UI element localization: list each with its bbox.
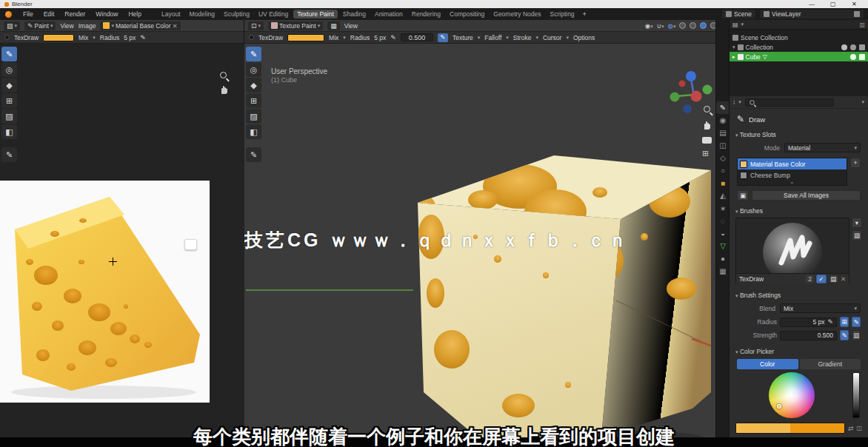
save-images-icon-button[interactable]: ▣ [737,190,749,201]
collection-render-icon[interactable] [859,44,865,50]
ptab-object-icon[interactable]: ■ [716,177,730,189]
menu-help[interactable]: Help [123,8,146,20]
brush-settings-collapse-icon[interactable]: ▾ [735,293,738,298]
color-wheel-cursor[interactable] [777,404,781,409]
image-editor-canvas[interactable]: ✎ ◎ ◆ ⊞ ▨ ◧ ✎ [0,44,244,447]
cube-hide-icon[interactable] [850,54,856,60]
image-mode-dropdown[interactable]: ✎Paint▾ [24,21,56,30]
transform-orientation-icon[interactable]: ◉▾ [645,22,653,30]
properties-breadcrumb-icon[interactable]: ⁞ [733,99,735,106]
tool-fill[interactable]: ▨ [1,109,17,124]
texture-slots-title[interactable]: Texture Slots [740,131,776,138]
brush-preview-icon[interactable] [4,35,10,40]
unlink-image-icon[interactable]: ✕ [173,22,178,30]
ptab-physics-icon[interactable]: ◌ [716,215,730,227]
brush-settings-title[interactable]: Brush Settings [740,292,781,299]
viewport-perspective-toggle-icon[interactable]: ⊞ [702,149,709,158]
ptab-material-icon[interactable]: ● [716,252,730,265]
brushes-collapse-icon[interactable]: ▾ [735,209,738,214]
viewport-mode-dropdown[interactable]: Texture Paint▾ [268,21,323,30]
tab-animation[interactable]: Animation [371,10,407,19]
tab-scripting[interactable]: Scripting [547,10,578,19]
ptab-tool-icon[interactable]: ✎ [716,101,730,114]
vp-brush-preview-icon[interactable] [249,35,254,40]
viewport-pan-hand-icon[interactable] [702,121,712,132]
gizmo-y-axis[interactable] [670,93,680,102]
menu-render[interactable]: Render [59,8,90,20]
viewport-image-icon[interactable]: ▦ [327,21,340,30]
ptab-view-layer-icon[interactable]: ◫ [716,139,730,152]
outliner-row-collection[interactable]: ▾ Collection [730,42,868,52]
image-editor-menu-image[interactable]: Image [79,22,96,30]
cube-expand-arrow-icon[interactable]: ▸ [732,54,735,60]
brush-datablock-name[interactable]: TexDraw [739,275,764,283]
popover-options[interactable]: Options [573,34,595,41]
minimize-button[interactable]: — [809,0,815,8]
radius-slider[interactable]: 5 px✎ [780,317,837,327]
tool-draw[interactable]: ✎ [1,47,17,61]
radius-pressure-toggle-icon[interactable]: ✎ [852,317,861,327]
strength-pressure-toggle-icon[interactable]: ✎ [840,330,849,340]
outliner-row-cube[interactable]: ▸ Cube ▽ [730,52,868,61]
vp-tool-soften[interactable]: ◎ [246,62,261,77]
blend-mode-dropdown[interactable]: Mix [79,34,88,41]
vp-blend-mode-dropdown[interactable]: Mix [329,34,338,41]
brush-preview-image-icon[interactable]: ▨ [852,230,862,241]
view-layer-selector[interactable]: ViewLayer [760,10,864,19]
ptab-texture-icon[interactable]: ▦ [716,265,730,278]
vp-strength-pressure-icon[interactable]: ✎ [438,33,448,42]
strength-options-icon[interactable]: ▥ [852,330,861,340]
viewport-menu-view[interactable]: View [344,22,358,30]
vp-brush-color-swatch[interactable] [287,34,324,41]
save-all-images-button[interactable]: Save All Images [752,190,861,201]
tab-uv-editing[interactable]: UV Editing [255,10,292,19]
properties-options-caret[interactable]: ▾ [861,99,864,105]
shading-material-icon[interactable] [700,22,707,29]
tab-sculpting[interactable]: Sculpting [220,10,253,19]
tool-soften[interactable]: ◎ [1,62,17,77]
brush-color-swatch[interactable] [43,34,74,41]
gizmo-x-neg-axis[interactable] [679,81,686,87]
gizmo-x-axis[interactable] [691,91,702,102]
tool-smear[interactable]: ◆ [1,78,17,93]
brushes-title[interactable]: Brushes [740,207,763,215]
vp-tool-mask[interactable]: ◧ [246,124,261,139]
gizmo-y-neg-axis[interactable] [703,85,712,95]
editor-type-button[interactable]: ▨▾ [4,21,20,30]
tab-modeling[interactable]: Modeling [186,10,219,19]
outliner-row-scene-collection[interactable]: Scene Collection [730,33,868,42]
cheese-cube-model[interactable] [409,148,716,444]
viewport-editor-type-button[interactable]: ⊡▾ [248,21,264,30]
vp-radius-pressure-icon[interactable]: ✎ [390,34,396,41]
radius-pressure-icon[interactable]: ✎ [140,34,146,41]
cube-render-icon[interactable] [859,54,865,60]
tool-annotate[interactable]: ✎ [1,147,17,162]
menu-file[interactable]: File [18,8,39,20]
vp-tool-draw[interactable]: ✎ [246,47,261,61]
viewport-camera-icon[interactable] [702,137,712,144]
pan-hand-icon[interactable] [219,85,229,96]
gizmo-z-axis[interactable] [686,71,696,81]
mode-dropdown[interactable]: Material▾ [784,143,861,152]
tab-compositing[interactable]: Compositing [446,10,488,19]
ptab-scene-icon[interactable]: ◇ [716,152,730,164]
viewport-zoom-icon[interactable] [704,106,710,112]
ptab-modifiers-icon[interactable]: ◭ [716,189,730,202]
brush-preview-box[interactable]: TexDraw 2 ✓ ▤ ✕ [735,218,849,284]
collection-checkbox-icon[interactable] [841,44,847,50]
brush-fake-user-check-icon[interactable]: ✓ [816,275,827,283]
scene-selector[interactable]: Scene [722,10,755,19]
image-editor-menu-view[interactable]: View [60,22,73,30]
tab-shading[interactable]: Shading [339,10,370,19]
image-datablock-selector[interactable]: ▾ Material Base Color ✕ [100,21,180,30]
vp-strength-field[interactable]: 0.500 [401,33,433,41]
ptab-particles-icon[interactable]: ∗ [716,202,730,215]
proportional-edit-icon[interactable]: ◍▾ [668,22,676,30]
snapping-magnet-icon[interactable]: ∪▾ [657,22,664,30]
maximize-button[interactable]: ▢ [830,0,836,8]
ptab-constraints-icon[interactable]: ◒ [716,227,730,240]
radius-unit-toggle-icon[interactable]: ⊞ [840,317,849,327]
gradient-tab[interactable]: Gradient [800,359,861,369]
tool-mask[interactable]: ◧ [1,124,17,139]
ptab-world-icon[interactable]: ○ [716,164,730,177]
